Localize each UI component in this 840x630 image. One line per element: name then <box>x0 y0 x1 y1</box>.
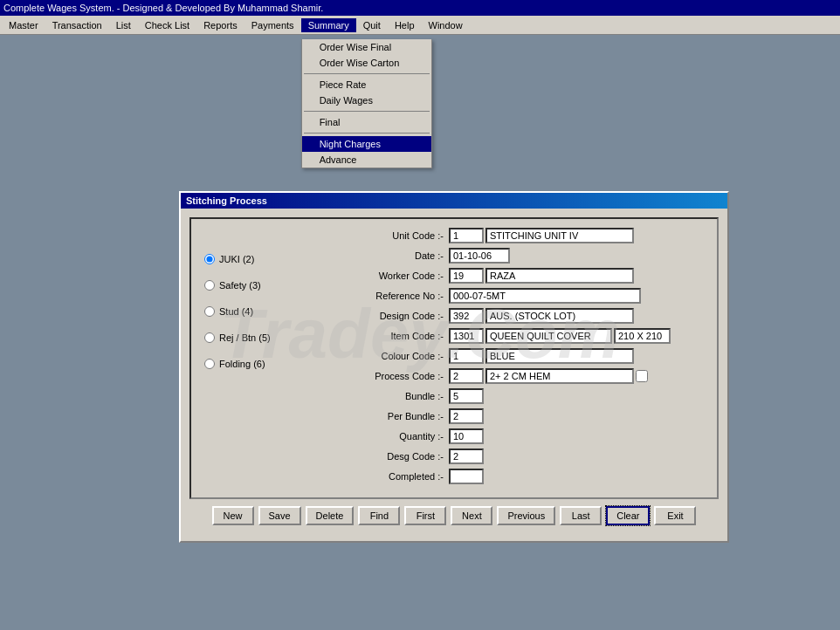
colour-code-label: Colour Code :- <box>335 351 449 361</box>
worker-code-row: Worker Code :- <box>335 268 704 284</box>
menu-list[interactable]: List <box>109 18 138 32</box>
menu-piece-rate[interactable]: Piece Rate <box>302 77 431 92</box>
previous-button[interactable]: Previous <box>497 506 555 525</box>
menu-order-wise-final[interactable]: Order Wise Final <box>302 39 431 55</box>
delete-button[interactable]: Delete <box>306 506 355 525</box>
worker-code-label: Worker Code :- <box>335 270 449 281</box>
unit-code-label: Unit Code :- <box>335 230 449 241</box>
save-button[interactable]: Save <box>258 506 301 525</box>
separator-1 <box>304 73 430 74</box>
colour-code-input[interactable] <box>449 348 484 364</box>
menu-final[interactable]: Final <box>302 114 431 130</box>
new-button[interactable]: New <box>212 506 254 525</box>
radio-stud-input[interactable] <box>204 306 215 317</box>
per-bundle-input[interactable] <box>449 408 484 424</box>
bundle-input[interactable] <box>449 388 484 404</box>
process-code-group <box>449 368 648 384</box>
process-code-row: Process Code :- <box>335 368 704 384</box>
item-code-name-input[interactable] <box>485 328 612 344</box>
menu-night-charges[interactable]: Night Charges <box>302 136 431 152</box>
desg-code-row: Desg Code :- <box>335 449 704 464</box>
summary-menu-container: Summary Order Wise Final Order Wise Cart… <box>301 20 356 31</box>
radio-folding-label: Folding (6) <box>219 359 265 369</box>
left-panel: JUKI (2) Safety (3) Stud (4) Rej / Btn (… <box>204 228 327 489</box>
process-code-name-input[interactable] <box>485 368 634 384</box>
date-row: Date :- <box>335 248 704 264</box>
exit-button[interactable]: Exit <box>654 506 696 525</box>
menu-advance[interactable]: Advance <box>302 152 431 168</box>
find-button[interactable]: Find <box>358 506 400 525</box>
menu-reports[interactable]: Reports <box>196 18 244 32</box>
menu-summary[interactable]: Summary <box>301 18 356 32</box>
bundle-label: Bundle :- <box>335 391 449 401</box>
completed-row: Completed :- <box>335 469 704 484</box>
button-bar: New Save Delete Find First Next Previous… <box>189 499 719 532</box>
desg-code-input[interactable] <box>449 449 484 464</box>
radio-stud[interactable]: Stud (4) <box>204 306 327 317</box>
radio-safety-input[interactable] <box>204 280 215 291</box>
design-code-name-input[interactable] <box>485 308 634 324</box>
menu-quit[interactable]: Quit <box>356 18 388 32</box>
unit-code-name-input[interactable] <box>485 228 634 243</box>
radio-rej-btn[interactable]: Rej / Btn (5) <box>204 332 327 343</box>
radio-juki-input[interactable] <box>204 254 215 264</box>
design-code-input[interactable] <box>449 308 484 324</box>
window-title: Stitching Process <box>186 195 267 206</box>
item-code-size-input[interactable] <box>614 328 671 344</box>
bundle-row: Bundle :- <box>335 388 704 404</box>
design-code-group <box>449 308 634 324</box>
process-checkbox[interactable] <box>636 370 648 382</box>
next-button[interactable]: Next <box>451 506 492 525</box>
first-button[interactable]: First <box>404 506 446 525</box>
unit-code-group <box>449 228 634 243</box>
right-panel: Unit Code :- Date :- Worker Code :- <box>335 228 704 489</box>
colour-code-name-input[interactable] <box>485 348 634 364</box>
menu-window[interactable]: Window <box>422 18 470 32</box>
radio-safety-label: Safety (3) <box>219 280 261 291</box>
menu-master[interactable]: Master <box>2 18 45 32</box>
completed-label: Completed :- <box>335 471 449 482</box>
last-button[interactable]: Last <box>560 506 602 525</box>
reference-no-row: Reference No :- <box>335 288 704 304</box>
menu-payments[interactable]: Payments <box>244 18 301 32</box>
date-input[interactable] <box>449 248 510 264</box>
reference-no-label: Reference No :- <box>335 291 449 301</box>
radio-safety[interactable]: Safety (3) <box>204 280 327 291</box>
summary-dropdown: Order Wise Final Order Wise Carton Piece… <box>301 39 432 168</box>
separator-2 <box>304 111 430 112</box>
radio-stud-label: Stud (4) <box>219 306 253 317</box>
per-bundle-label: Per Bundle :- <box>335 411 449 421</box>
quantity-row: Quantity :- <box>335 428 704 444</box>
unit-code-row: Unit Code :- <box>335 228 704 243</box>
radio-folding-input[interactable] <box>204 359 215 369</box>
quantity-input[interactable] <box>449 428 484 444</box>
menu-checklist[interactable]: Check List <box>138 18 196 32</box>
worker-name-input[interactable] <box>485 268 634 284</box>
radio-rej-input[interactable] <box>204 332 215 343</box>
worker-code-input[interactable] <box>449 268 484 284</box>
form-panel: JUKI (2) Safety (3) Stud (4) Rej / Btn (… <box>189 217 719 499</box>
reference-no-input[interactable] <box>449 288 641 304</box>
completed-input[interactable] <box>449 469 484 484</box>
window-title-bar: Stitching Process <box>181 193 727 209</box>
radio-rej-label: Rej / Btn (5) <box>219 332 271 343</box>
colour-code-group <box>449 348 634 364</box>
item-code-input[interactable] <box>449 328 484 344</box>
unit-code-input[interactable] <box>449 228 484 243</box>
radio-juki[interactable]: JUKI (2) <box>204 254 327 264</box>
menu-order-wise-carton[interactable]: Order Wise Carton <box>302 55 431 71</box>
design-code-row: Design Code :- <box>335 308 704 324</box>
item-code-row: Item Code :- <box>335 328 704 344</box>
item-code-label: Item Code :- <box>335 331 449 341</box>
radio-folding[interactable]: Folding (6) <box>204 359 327 369</box>
menu-daily-wages[interactable]: Daily Wages <box>302 92 431 108</box>
per-bundle-row: Per Bundle :- <box>335 408 704 424</box>
menu-transaction[interactable]: Transaction <box>45 18 109 32</box>
separator-3 <box>304 133 430 134</box>
item-code-group <box>449 328 671 344</box>
menu-help[interactable]: Help <box>388 18 422 32</box>
date-label: Date :- <box>335 250 449 261</box>
process-code-input[interactable] <box>449 368 484 384</box>
worker-code-group <box>449 268 634 284</box>
clear-button[interactable]: Clear <box>606 506 650 525</box>
